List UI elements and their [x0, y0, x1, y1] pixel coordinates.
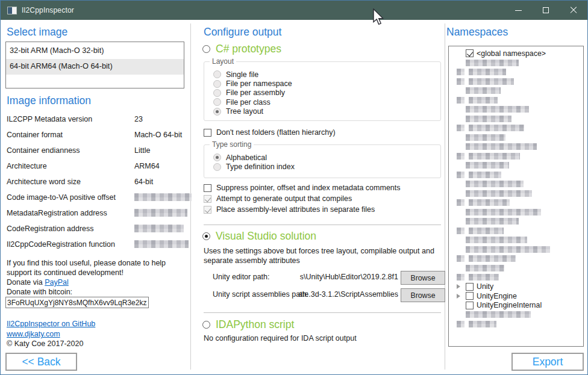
- csharp-prototypes-radio: [202, 45, 210, 53]
- github-link[interactable]: Il2CppInspector on GitHub: [7, 320, 95, 328]
- namespace-item[interactable]: UnityEngine: [449, 291, 583, 301]
- layout-option[interactable]: File per namespace: [213, 79, 292, 88]
- layout-radio: [213, 70, 221, 78]
- info-label: IL2CPP Metadata version: [7, 115, 92, 123]
- vs-solution-option[interactable]: Visual Studio solution: [202, 230, 316, 243]
- image-info-table: IL2CPP Metadata version23Container forma…: [7, 114, 186, 255]
- namespace-item-redacted: [449, 189, 583, 199]
- namespace-label: <global namespace>: [477, 49, 546, 58]
- bitcoin-label: Donate with bitcoin:: [7, 287, 187, 297]
- namespace-item-redacted: [449, 179, 583, 189]
- unity-editor-path-value[interactable]: s\Unity\Hub\Editor\2019.2.8f1: [266, 273, 398, 281]
- namespace-checkbox[interactable]: [466, 283, 474, 291]
- csharp-prototypes-option[interactable]: C# prototypes: [202, 43, 281, 55]
- close-button[interactable]: [560, 1, 587, 20]
- redacted-value: [134, 240, 189, 248]
- website-link[interactable]: www.djkaty.com: [7, 330, 60, 338]
- redacted-block: [457, 321, 464, 327]
- redacted-namespace: [469, 255, 516, 262]
- info-row: Il2CppCodeRegistration function: [7, 239, 186, 255]
- output-checkbox-row[interactable]: Attempt to generate output that compiles: [204, 194, 352, 203]
- app-window: Il2CppInspector Select image 32-bit ARM …: [0, 0, 588, 375]
- redacted-block: [457, 125, 464, 131]
- type-sorting-radio: [213, 163, 221, 171]
- redacted-namespace: [466, 190, 532, 197]
- namespaces-heading: Namespaces: [446, 26, 508, 39]
- copyright-text: © Katy Coe 2017-2020: [7, 339, 83, 348]
- output-checkbox-row[interactable]: Place assembly-level attributes in separ…: [204, 205, 375, 214]
- image-list-item[interactable]: 32-bit ARM (Mach-O 32-bit): [6, 43, 184, 59]
- namespace-item-redacted: [449, 235, 583, 245]
- image-list-item[interactable]: 64-bit ARM64 (Mach-O 64-bit): [6, 59, 184, 75]
- namespace-label: UnityEngine: [477, 292, 517, 300]
- redacted-namespace: [466, 106, 529, 113]
- info-row: CodeRegistration address: [7, 223, 186, 239]
- type-sorting-option-label: Type definition index: [226, 163, 295, 171]
- redacted-namespace: [469, 125, 524, 131]
- unity-editor-browse-button[interactable]: Browse: [401, 271, 445, 285]
- paypal-link[interactable]: PayPal: [45, 278, 69, 287]
- unity-assemblies-path-value[interactable]: ate.3d-3.1.2\ScriptAssemblies: [266, 290, 398, 299]
- redacted-block: [457, 172, 464, 178]
- idapython-option[interactable]: IDAPython script: [202, 318, 294, 331]
- namespace-checkbox[interactable]: [466, 49, 474, 57]
- layout-option-label: Tree layout: [226, 107, 263, 116]
- type-sorting-option[interactable]: Alphabetical: [213, 153, 295, 162]
- namespaces-tree[interactable]: <global namespace>UnityUnityEngineUnityE…: [448, 46, 584, 347]
- csharp-prototypes-label: C# prototypes: [216, 43, 281, 55]
- layout-option[interactable]: Tree layout: [213, 107, 292, 116]
- expander-icon[interactable]: [457, 284, 460, 289]
- namespace-item-redacted: [449, 152, 583, 161]
- redacted-block: [457, 97, 464, 104]
- redacted-namespace: [466, 60, 519, 66]
- info-label: Il2CppCodeRegistration function: [7, 240, 115, 249]
- namespace-item-redacted: [449, 310, 583, 320]
- expander-icon[interactable]: [457, 294, 460, 299]
- vs-description-line2: separate assembly attributes: [204, 256, 445, 265]
- namespace-item-redacted: [449, 123, 583, 133]
- layout-option[interactable]: File per class: [213, 98, 292, 107]
- namespace-checkbox[interactable]: [466, 292, 474, 300]
- flatten-checkbox-row[interactable]: Don't nest folders (flatten hierarchy): [204, 128, 336, 137]
- redacted-namespace: [469, 78, 514, 85]
- back-button[interactable]: << Back: [5, 353, 77, 371]
- namespace-item[interactable]: UnityEngineInternal: [449, 301, 583, 311]
- redacted-namespace: [469, 274, 499, 280]
- donation-message-line1: If you find this tool useful, please don…: [7, 258, 187, 268]
- title-bar[interactable]: Il2CppInspector: [1, 1, 587, 20]
- namespace-item-redacted: [449, 96, 583, 105]
- namespace-item-redacted: [449, 245, 583, 255]
- app-icon: [7, 7, 17, 14]
- output-checkbox-label: Place assembly-level attributes in separ…: [216, 205, 375, 214]
- configure-output-heading: Configure output: [204, 26, 281, 39]
- namespace-item-redacted: [449, 208, 583, 217]
- vs-description-line1: Uses the settings above but forces tree …: [204, 246, 445, 256]
- minimize-button[interactable]: [504, 1, 532, 20]
- output-checkbox-row[interactable]: Suppress pointer, offset and index metad…: [204, 184, 401, 192]
- export-button[interactable]: Export: [511, 353, 584, 371]
- namespace-item[interactable]: Unity: [449, 282, 583, 292]
- unity-assemblies-browse-button[interactable]: Browse: [401, 288, 445, 302]
- info-value: 64-bit: [134, 178, 153, 186]
- redacted-namespace: [466, 311, 531, 318]
- namespace-item-redacted: [449, 133, 583, 143]
- type-sorting-groupbox: Type sorting AlphabeticalType definition…: [204, 144, 441, 178]
- bitcoin-address-input[interactable]: [5, 297, 149, 308]
- type-sorting-option[interactable]: Type definition index: [213, 162, 295, 171]
- namespace-item[interactable]: <global namespace>: [449, 49, 583, 58]
- layout-group-label: Layout: [210, 57, 236, 66]
- image-information-heading: Image information: [7, 95, 91, 107]
- layout-option[interactable]: Single file: [213, 70, 292, 79]
- app-icon-glyph: [8, 7, 12, 14]
- idapython-label: IDAPython script: [216, 318, 294, 331]
- vs-solution-radio: [202, 232, 210, 240]
- namespace-checkbox[interactable]: [466, 302, 474, 309]
- redacted-namespace: [469, 97, 498, 104]
- image-listbox[interactable]: 32-bit ARM (Mach-O 32-bit)64-bit ARM64 (…: [5, 42, 184, 88]
- maximize-button[interactable]: [532, 1, 560, 20]
- redacted-namespace: [466, 265, 504, 271]
- idapython-description: No configuration required for IDA script…: [204, 334, 357, 342]
- redacted-block: [457, 153, 464, 160]
- layout-option[interactable]: File per assembly: [213, 88, 292, 98]
- namespace-item-redacted: [449, 161, 583, 170]
